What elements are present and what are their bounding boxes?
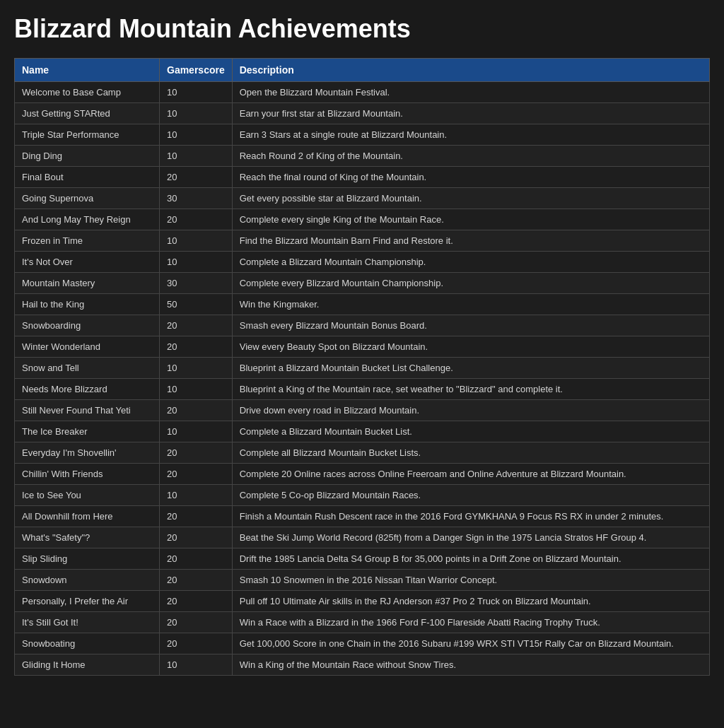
page-title: Blizzard Mountain Achievements: [14, 14, 710, 44]
achievement-description: Win the Kingmaker.: [232, 294, 709, 315]
table-row: Winter Wonderland20View every Beauty Spo…: [15, 336, 710, 358]
table-row: All Downhill from Here20Finish a Mountai…: [15, 506, 710, 527]
achievement-score: 10: [160, 230, 233, 252]
achievement-description: Smash 10 Snowmen in the 2016 Nissan Tita…: [232, 570, 709, 591]
achievement-description: Blueprint a King of the Mountain race, s…: [232, 379, 709, 400]
achievement-name: What's "Safety"?: [15, 527, 160, 548]
header-name: Name: [15, 59, 160, 82]
achievement-score: 20: [160, 442, 233, 464]
achievement-description: Complete every single King of the Mounta…: [232, 209, 709, 230]
achievement-name: All Downhill from Here: [15, 506, 160, 527]
table-row: Ding Ding10Reach Round 2 of King of the …: [15, 146, 710, 167]
achievement-score: 20: [160, 591, 233, 612]
achievement-score: 10: [160, 103, 233, 124]
achievement-description: Drift the 1985 Lancia Delta S4 Group B f…: [232, 548, 709, 570]
table-row: Just Getting STARted10Earn your first st…: [15, 103, 710, 124]
achievement-score: 20: [160, 315, 233, 336]
achievement-score: 20: [160, 336, 233, 358]
achievement-score: 20: [160, 633, 233, 654]
achievement-score: 20: [160, 400, 233, 421]
achievement-score: 10: [160, 485, 233, 506]
achievement-description: Complete a Blizzard Mountain Bucket List…: [232, 421, 709, 442]
achievement-description: Reach the final round of King of the Mou…: [232, 167, 709, 188]
achievement-name: It's Still Got It!: [15, 612, 160, 633]
achievement-score: 10: [160, 146, 233, 167]
table-row: Mountain Mastery30Complete every Blizzar…: [15, 273, 710, 294]
achievement-score: 20: [160, 209, 233, 230]
achievement-description: Win a King of the Mountain Race without …: [232, 654, 709, 676]
achievement-description: Complete 5 Co-op Blizzard Mountain Races…: [232, 485, 709, 506]
achievement-description: View every Beauty Spot on Blizzard Mount…: [232, 336, 709, 358]
achievement-name: Snow and Tell: [15, 358, 160, 379]
achievement-description: Complete all Blizzard Mountain Bucket Li…: [232, 442, 709, 464]
achievement-description: Get 100,000 Score in one Chain in the 20…: [232, 633, 709, 654]
table-row: Still Never Found That Yeti20Drive down …: [15, 400, 710, 421]
achievement-description: Drive down every road in Blizzard Mounta…: [232, 400, 709, 421]
achievement-name: The Ice Breaker: [15, 421, 160, 442]
achievement-score: 10: [160, 82, 233, 103]
achievement-name: Chillin' With Friends: [15, 464, 160, 485]
table-row: Gliding It Home10Win a King of the Mount…: [15, 654, 710, 676]
table-row: It's Not Over10Complete a Blizzard Mount…: [15, 252, 710, 273]
achievement-name: It's Not Over: [15, 252, 160, 273]
achievement-score: 50: [160, 294, 233, 315]
table-row: Triple Star Performance10Earn 3 Stars at…: [15, 124, 710, 146]
achievement-name: And Long May They Reign: [15, 209, 160, 230]
table-row: Slip Sliding20Drift the 1985 Lancia Delt…: [15, 548, 710, 570]
achievement-name: Still Never Found That Yeti: [15, 400, 160, 421]
table-row: Snowboating20Get 100,000 Score in one Ch…: [15, 633, 710, 654]
achievement-score: 30: [160, 188, 233, 209]
achievement-name: Just Getting STARted: [15, 103, 160, 124]
achievement-score: 20: [160, 548, 233, 570]
achievement-name: Snowdown: [15, 570, 160, 591]
achievement-score: 10: [160, 358, 233, 379]
table-row: Ice to See You10Complete 5 Co-op Blizzar…: [15, 485, 710, 506]
achievement-description: Reach Round 2 of King of the Mountain.: [232, 146, 709, 167]
table-row: Everyday I'm Shovellin'20Complete all Bl…: [15, 442, 710, 464]
table-row: Going Supernova30Get every possible star…: [15, 188, 710, 209]
achievement-description: Earn your first star at Blizzard Mountai…: [232, 103, 709, 124]
achievement-score: 10: [160, 379, 233, 400]
achievement-name: Winter Wonderland: [15, 336, 160, 358]
achievement-score: 20: [160, 527, 233, 548]
achievement-name: Ice to See You: [15, 485, 160, 506]
achievement-score: 10: [160, 421, 233, 442]
achievement-score: 10: [160, 124, 233, 146]
achievement-name: Ding Ding: [15, 146, 160, 167]
achievement-name: Snowboarding: [15, 315, 160, 336]
achievement-score: 20: [160, 167, 233, 188]
table-header-row: Name Gamerscore Description: [15, 59, 710, 82]
achievement-name: Mountain Mastery: [15, 273, 160, 294]
achievement-description: Complete a Blizzard Mountain Championshi…: [232, 252, 709, 273]
achievement-description: Earn 3 Stars at a single route at Blizza…: [232, 124, 709, 146]
achievement-score: 10: [160, 654, 233, 676]
table-row: Final Bout20Reach the final round of Kin…: [15, 167, 710, 188]
header-score: Gamerscore: [160, 59, 233, 82]
achievement-name: Gliding It Home: [15, 654, 160, 676]
table-row: Snowdown20Smash 10 Snowmen in the 2016 N…: [15, 570, 710, 591]
achievement-name: Going Supernova: [15, 188, 160, 209]
achievement-score: 20: [160, 570, 233, 591]
achievement-description: Pull off 10 Ultimate Air skills in the R…: [232, 591, 709, 612]
table-row: Snowboarding20Smash every Blizzard Mount…: [15, 315, 710, 336]
achievement-description: Complete 20 Online races across Online F…: [232, 464, 709, 485]
achievement-score: 30: [160, 273, 233, 294]
table-row: Frozen in Time10Find the Blizzard Mounta…: [15, 230, 710, 252]
table-row: And Long May They Reign20Complete every …: [15, 209, 710, 230]
achievement-description: Beat the Ski Jump World Record (825ft) f…: [232, 527, 709, 548]
header-description: Description: [232, 59, 709, 82]
achievement-description: Find the Blizzard Mountain Barn Find and…: [232, 230, 709, 252]
achievement-description: Get every possible star at Blizzard Moun…: [232, 188, 709, 209]
achievement-name: Everyday I'm Shovellin': [15, 442, 160, 464]
achievement-name: Slip Sliding: [15, 548, 160, 570]
table-row: The Ice Breaker10Complete a Blizzard Mou…: [15, 421, 710, 442]
achievement-score: 10: [160, 252, 233, 273]
achievement-description: Finish a Mountain Rush Descent race in t…: [232, 506, 709, 527]
achievements-table: Name Gamerscore Description Welcome to B…: [14, 58, 710, 676]
table-row: Welcome to Base Camp10Open the Blizzard …: [15, 82, 710, 103]
achievement-name: Snowboating: [15, 633, 160, 654]
achievement-description: Win a Race with a Blizzard in the 1966 F…: [232, 612, 709, 633]
table-row: Chillin' With Friends20Complete 20 Onlin…: [15, 464, 710, 485]
achievement-name: Needs More Blizzard: [15, 379, 160, 400]
achievement-name: Personally, I Prefer the Air: [15, 591, 160, 612]
